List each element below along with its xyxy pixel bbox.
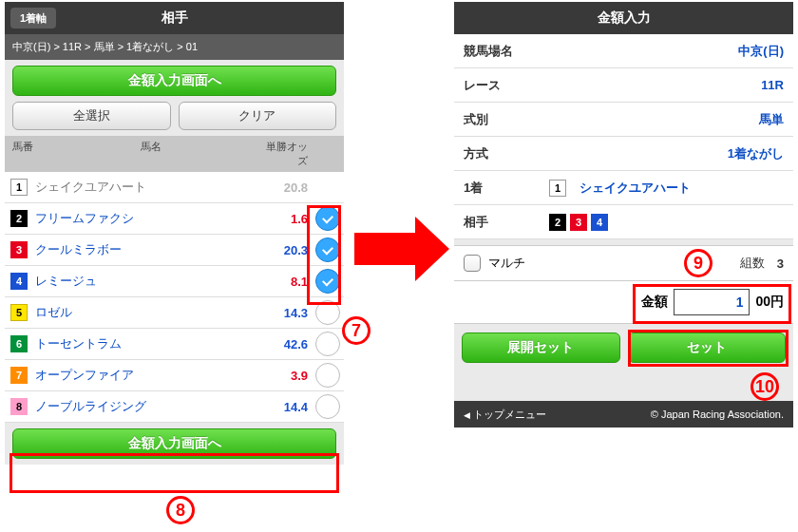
callout-num-8: 8 — [166, 496, 195, 524]
amount-row: 金額 00円 — [454, 281, 793, 323]
top-controls: 金額入力画面へ 全選択 クリア — [5, 60, 344, 136]
method-value: 1着ながし — [549, 145, 784, 162]
column-header: 馬番 馬名 単勝オッズ — [5, 136, 344, 172]
screen-opponent-select: 1着軸 相手 中京(日) > 11R > 馬単 > 1着ながし > 01 金額入… — [5, 2, 344, 465]
horse-checkbox[interactable] — [315, 238, 340, 262]
track-value: 中京(日) — [549, 43, 784, 60]
expand-set-button[interactable]: 展開セット — [462, 332, 620, 363]
horse-name: クールミラボー — [35, 241, 256, 258]
horse-name: レミージュ — [35, 273, 256, 290]
horse-odds: 14.3 — [256, 306, 308, 320]
amount-label: 金額 — [641, 294, 668, 311]
axis-label: 1着 — [464, 180, 549, 197]
race-value: 11R — [549, 78, 784, 92]
top-menu-link[interactable]: トップメニュー — [464, 408, 546, 422]
axis-num-chip: 1 — [549, 180, 566, 197]
combo-value: 3 — [765, 256, 784, 271]
opponent-chips: 234 — [549, 214, 608, 231]
horse-row[interactable]: 3クールミラボー20.3 — [5, 235, 344, 266]
opponent-chip: 3 — [570, 214, 587, 231]
colhead-num: 馬番 — [12, 140, 41, 168]
horse-num-chip: 3 — [10, 241, 28, 258]
colhead-odds: 単勝オッズ — [260, 140, 336, 168]
horse-num-chip: 7 — [10, 367, 28, 384]
opponent-chip: 2 — [549, 214, 566, 231]
type-label: 式別 — [464, 111, 549, 128]
multi-row: マルチ 組数 3 — [454, 245, 793, 281]
amount-input[interactable] — [674, 289, 750, 315]
amount-unit: 00円 — [755, 294, 784, 311]
horse-name: フリームファクシ — [35, 210, 256, 227]
clear-button[interactable]: クリア — [179, 102, 337, 130]
horse-row[interactable]: 4レミージュ8.1 — [5, 266, 344, 297]
horse-checkbox[interactable] — [315, 363, 340, 388]
go-amount-button-top[interactable]: 金額入力画面へ — [12, 66, 336, 96]
horse-row[interactable]: 6トーセントラム42.6 — [5, 329, 344, 360]
horse-odds: 42.6 — [256, 337, 308, 352]
horse-row[interactable]: 8ノーブルライジング14.4 — [5, 391, 344, 423]
horse-row[interactable]: 2フリームファクシ1.6 — [5, 203, 344, 235]
horse-list: 1シェイクユアハート20.82フリームファクシ1.63クールミラボー20.34レ… — [5, 172, 344, 423]
horse-name: オープンファイア — [35, 367, 256, 384]
type-value: 馬単 — [549, 111, 784, 128]
opponent-chip: 4 — [591, 214, 608, 231]
titlebar: 1着軸 相手 — [5, 2, 344, 34]
opponent-label: 相手 — [464, 214, 549, 231]
horse-name: ロゼル — [35, 304, 256, 321]
callout-num-9: 9 — [684, 249, 712, 277]
horse-checkbox[interactable] — [315, 206, 340, 231]
horse-odds: 1.6 — [256, 212, 308, 226]
horse-checkbox[interactable] — [315, 332, 340, 356]
colhead-name: 馬名 — [41, 140, 260, 168]
select-all-button[interactable]: 全選択 — [12, 102, 171, 130]
set-button[interactable]: セット — [628, 332, 787, 363]
track-label: 競馬場名 — [464, 43, 549, 60]
horse-odds: 20.8 — [256, 180, 308, 195]
horse-odds: 20.3 — [256, 243, 308, 257]
horse-name: ノーブルライジング — [35, 398, 256, 415]
horse-num-chip: 5 — [10, 304, 28, 321]
breadcrumb: 中京(日) > 11R > 馬単 > 1着ながし > 01 — [5, 34, 344, 60]
method-label: 方式 — [464, 145, 549, 162]
combo-label: 組数 — [740, 255, 765, 272]
axis-horse-name: シェイクユアハート — [580, 180, 691, 197]
screen-title: 金額入力 — [598, 10, 651, 27]
horse-checkbox[interactable] — [315, 269, 340, 294]
horse-row[interactable]: 7オープンファイア3.9 — [5, 360, 344, 391]
horse-row[interactable]: 5ロゼル14.3 — [5, 297, 344, 329]
horse-odds: 8.1 — [256, 275, 308, 289]
bottom-bar: トップメニュー © Japan Racing Association. — [454, 401, 793, 428]
horse-checkbox[interactable] — [315, 300, 340, 325]
horse-name: トーセントラム — [35, 335, 256, 352]
horse-odds: 3.9 — [256, 369, 308, 383]
arrow-icon — [354, 233, 415, 265]
horse-row[interactable]: 1シェイクユアハート20.8 — [5, 172, 344, 203]
screen-title: 相手 — [162, 10, 188, 27]
multi-checkbox[interactable] — [464, 255, 481, 272]
horse-num-chip: 6 — [10, 335, 28, 352]
horse-checkbox[interactable] — [315, 394, 340, 419]
horse-num-chip: 2 — [10, 210, 28, 227]
horse-num-chip: 1 — [10, 179, 28, 196]
back-button[interactable]: 1着軸 — [10, 8, 56, 28]
callout-num-10: 10 — [750, 372, 779, 401]
race-label: レース — [464, 77, 549, 94]
horse-num-chip: 8 — [10, 398, 28, 415]
copyright: © Japan Racing Association. — [651, 408, 784, 420]
go-amount-button-bottom[interactable]: 金額入力画面へ — [12, 428, 336, 459]
callout-num-7: 7 — [342, 316, 370, 345]
horse-num-chip: 4 — [10, 273, 28, 290]
horse-name: シェイクユアハート — [35, 179, 256, 196]
horse-odds: 14.4 — [256, 400, 308, 414]
screen-amount-input: 金額入力 競馬場名中京(日) レース11R 式別馬単 方式1着ながし 1着 1 … — [454, 2, 793, 428]
titlebar: 金額入力 — [454, 2, 793, 34]
